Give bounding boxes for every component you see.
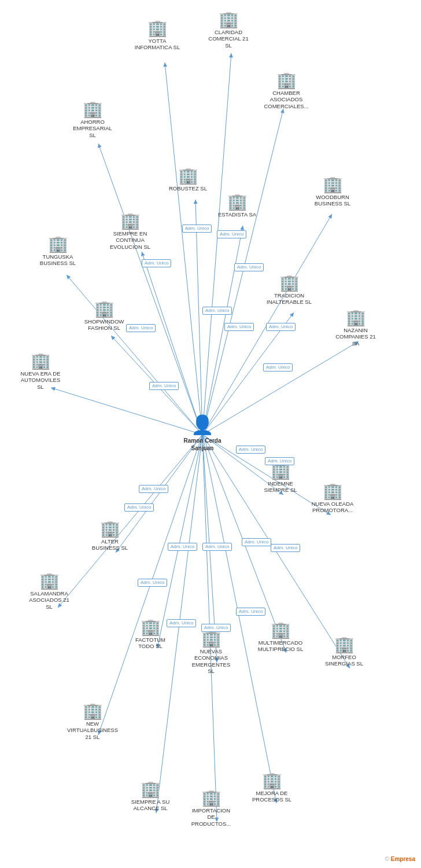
company-node-tradicion[interactable]: 🏢TRADICION INALTERABLE SL [266, 275, 312, 306]
role-badge-17: Adm. Unico [271, 544, 300, 552]
company-node-morfeo[interactable]: 🏢MORFEO SINERGIAS SL [321, 637, 367, 667]
company-label: CLARIDAD COMERCIAL 21 SL [205, 29, 252, 49]
company-label: FACTOTUM TODO SL [127, 637, 173, 650]
building-icon: 🏢 [147, 20, 168, 36]
person-node: 👤 Ramon Cerda Sanjuan [179, 414, 226, 452]
company-label: ALTER BUSINESS SL [87, 538, 133, 551]
company-label: NUEVA ERA DE AUTOMOVILES SL [17, 370, 64, 390]
role-badge-2: Adm. Unico [217, 230, 246, 238]
company-node-estadista[interactable]: 🏢ESTADISTA SA [214, 194, 260, 218]
role-badge-6: Adm. Unico [266, 323, 296, 331]
building-icon: 🏢 [201, 631, 221, 647]
role-badge-7: Adm. Unico [263, 363, 293, 372]
company-node-shopwindow[interactable]: 🏢SHOPWINDOW FASHION SL [81, 301, 127, 332]
building-icon: 🏢 [271, 463, 291, 479]
building-icon: 🏢 [334, 637, 354, 653]
role-badge-21: Adm. Unico [236, 608, 265, 616]
company-node-chamber[interactable]: 🏢CHAMBER ASOCIADOS COMERCIALES... [263, 72, 309, 109]
company-node-indemne[interactable]: 🏢INDEMNE SIEMPRE SL [257, 463, 304, 494]
role-badge-12: Adm. Unico [139, 485, 168, 493]
company-label: ESTADISTA SA [218, 211, 256, 218]
company-node-multimercado[interactable]: 🏢MULTIMERCADO MULTIPRECIO SL [257, 622, 304, 653]
building-icon: 🏢 [276, 72, 297, 89]
building-icon: 🏢 [323, 176, 343, 193]
company-label: YOTTA INFORMATICA SL [134, 38, 180, 51]
company-label: NAZANIN COMPANIES 21 SA [333, 327, 379, 347]
company-label: WOODBURN BUSINESS SL [309, 194, 356, 207]
company-node-woodburn[interactable]: 🏢WOODBURN BUSINESS SL [309, 176, 356, 207]
company-label: SALAMANDRA ASOCIADOS 21 SL [26, 590, 72, 610]
building-icon: 🏢 [141, 619, 161, 635]
building-icon: 🏢 [141, 781, 161, 797]
building-icon: 🏢 [262, 773, 282, 789]
company-node-importacion[interactable]: 🏢IMPORTACION DE PRODUCTOS... [188, 790, 234, 827]
building-icon: 🏢 [227, 194, 248, 210]
company-label: ROBUSTEZ SL [169, 185, 207, 192]
person-icon: 👤 [191, 414, 214, 436]
role-badge-3: Adm. Unico [234, 263, 264, 271]
role-badge-1: Adm. Unico [182, 225, 212, 233]
company-node-siempre-alcance[interactable]: 🏢SIEMPRE A SU ALCANCE SL [127, 781, 173, 812]
building-icon: 🏢 [201, 790, 221, 806]
company-label: IMPORTACION DE PRODUCTOS... [188, 807, 234, 827]
company-node-siempre-continua[interactable]: 🏢SIEMPRE EN CONTINUA EVOLUCION SL [107, 213, 153, 250]
role-badge-20: Adm. Unico [201, 624, 231, 632]
role-badge-10: Adm. Unico [236, 446, 265, 454]
role-badge-13: Adm. Unico [124, 503, 154, 512]
company-label: MULTIMERCADO MULTIPRECIO SL [257, 639, 304, 653]
role-badge-11: Adm. Unico [265, 457, 294, 465]
role-badge-9: Adm. Unico [149, 382, 179, 390]
company-label: TUNGUSKA BUSINESS SL [35, 253, 81, 267]
building-icon: 🏢 [94, 301, 115, 317]
role-badge-18: Adm. Unico [138, 579, 167, 587]
building-icon: 🏢 [323, 483, 343, 499]
role-badge-14: Adm. Unico [168, 543, 197, 551]
building-icon: 🏢 [346, 310, 366, 326]
role-badge-0: Adm. Unico [142, 259, 171, 267]
company-label: CHAMBER ASOCIADOS COMERCIALES... [263, 90, 309, 109]
company-label: TRADICION INALTERABLE SL [266, 292, 312, 306]
company-label: NUEVAS ECONOMIAS EMERGENTES SL [188, 648, 234, 675]
building-icon: 🏢 [83, 101, 103, 117]
role-badge-5: Adm. Unico [224, 323, 254, 331]
company-node-tunguska[interactable]: 🏢TUNGUSKA BUSINESS SL [35, 236, 81, 267]
building-icon: 🏢 [100, 521, 120, 537]
company-label: INDEMNE SIEMPRE SL [257, 480, 304, 494]
building-icon: 🏢 [48, 236, 68, 252]
role-badge-8: Adm. Unico [126, 324, 156, 332]
company-node-claridad[interactable]: 🏢CLARIDAD COMERCIAL 21 SL [205, 12, 252, 49]
building-icon: 🏢 [31, 353, 51, 369]
company-label: MEJORA DE PROCESOS SL [249, 790, 295, 803]
company-node-nueva-oleada[interactable]: 🏢NUEVA OLEADA PROMOTORA... [309, 483, 356, 514]
company-node-ahorro[interactable]: 🏢AHORRO EMPRESARIAL SL [69, 101, 116, 138]
company-label: SIEMPRE EN CONTINUA EVOLUCION SL [107, 230, 153, 250]
building-icon: 🏢 [219, 12, 239, 28]
company-node-nuevas-economias[interactable]: 🏢NUEVAS ECONOMIAS EMERGENTES SL [188, 631, 234, 675]
company-node-salamandra[interactable]: 🏢SALAMANDRA ASOCIADOS 21 SL [26, 573, 72, 610]
company-node-robustez[interactable]: 🏢ROBUSTEZ SL [165, 168, 211, 192]
role-badge-15: Adm. Unico [202, 543, 232, 551]
company-node-nazanin[interactable]: 🏢NAZANIN COMPANIES 21 SA [333, 310, 379, 347]
company-label: SIEMPRE A SU ALCANCE SL [127, 799, 173, 812]
building-icon: 🏢 [271, 622, 291, 638]
company-node-new-virtual[interactable]: 🏢NEW VIRTUALBUSINESS 21 SL [69, 703, 116, 740]
person-label: Ramon Cerda Sanjuan [179, 437, 226, 452]
company-node-nueva-era[interactable]: 🏢NUEVA ERA DE AUTOMOVILES SL [17, 353, 64, 390]
company-label: SHOPWINDOW FASHION SL [81, 318, 127, 332]
building-icon: 🏢 [83, 703, 103, 719]
company-label: AHORRO EMPRESARIAL SL [69, 119, 116, 138]
company-label: NEW VIRTUALBUSINESS 21 SL [67, 720, 118, 740]
building-icon: 🏢 [120, 213, 141, 229]
company-label: NUEVA OLEADA PROMOTORA... [309, 501, 356, 514]
company-node-yotta[interactable]: 🏢YOTTA INFORMATICA SL [134, 20, 180, 51]
building-icon: 🏢 [178, 168, 198, 184]
company-label: MORFEO SINERGIAS SL [321, 654, 367, 667]
role-badge-19: Adm. Unico [167, 619, 196, 627]
company-node-mejora[interactable]: 🏢MEJORA DE PROCESOS SL [249, 773, 295, 803]
building-icon: 🏢 [39, 573, 60, 589]
building-icon: 🏢 [279, 275, 300, 291]
role-badge-4: Adm. Unico [202, 307, 232, 315]
company-node-alter[interactable]: 🏢ALTER BUSINESS SL [87, 521, 133, 551]
role-badge-16: Adm. Unico [242, 538, 271, 546]
copyright: © Empresa [385, 856, 415, 862]
